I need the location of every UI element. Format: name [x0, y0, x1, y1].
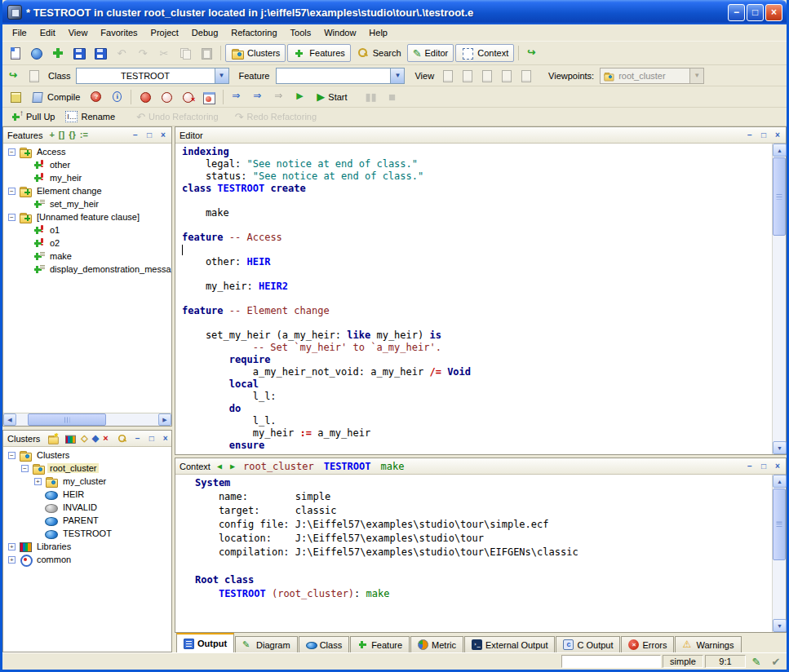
scroll-down-icon[interactable]: ▼: [773, 619, 787, 632]
tree-item-root-cluster[interactable]: −root_cluster: [3, 462, 171, 475]
context-minimize-icon[interactable]: −: [744, 461, 756, 472]
features-toggle-button[interactable]: Features: [287, 44, 350, 62]
pause-button[interactable]: ▮▮: [361, 87, 381, 107]
tab-feature[interactable]: Feature: [350, 636, 410, 652]
feature-combobox-dropdown-icon[interactable]: ▼: [390, 69, 404, 83]
start-button[interactable]: ▶ Start: [312, 88, 351, 106]
tab-metric[interactable]: Metric: [410, 636, 463, 652]
close-button[interactable]: ×: [765, 4, 782, 21]
rename-button[interactable]: Rename: [60, 108, 119, 126]
view-basic-button[interactable]: [439, 68, 457, 84]
tab-c-output[interactable]: cC Output: [556, 636, 620, 652]
editor-toggle-button[interactable]: ✎ Editor: [407, 44, 454, 62]
tree-item-my-cluster[interactable]: +my_cluster: [3, 475, 171, 488]
clusters-tree[interactable]: −Clusters−root_cluster+my_clusterHEIRINV…: [3, 447, 171, 652]
tree-item-clusters[interactable]: −Clusters: [3, 449, 171, 462]
collapse-toggle-icon[interactable]: −: [8, 188, 16, 195]
collapse-toggle-icon[interactable]: −: [8, 148, 16, 156]
breadcrumb-make[interactable]: make: [380, 461, 404, 472]
collapse-toggle-icon[interactable]: −: [21, 465, 29, 472]
view-interface-button[interactable]: [517, 68, 535, 84]
tab-output[interactable]: Output: [176, 633, 234, 652]
title-bar[interactable]: * TESTROOT in cluster root_cluster locat…: [2, 0, 787, 24]
tree-item--unnamed-feature-clause-[interactable]: −[Unnamed feature clause]: [3, 210, 171, 223]
expand-toggle-icon[interactable]: +: [8, 543, 16, 550]
minimize-button[interactable]: −: [728, 4, 745, 21]
scroll-down-icon[interactable]: ▼: [773, 441, 787, 454]
copy-button[interactable]: [175, 43, 195, 63]
clusters-panel-header[interactable]: Clusters ✱ ◇ ◆ × − □ ×: [3, 431, 171, 447]
view-flat-button[interactable]: [478, 68, 496, 84]
context-panel-header[interactable]: Context ◀ ▶ root_clusterTESTROOTmake − □…: [175, 458, 786, 475]
remove-item-icon[interactable]: ×: [103, 434, 108, 443]
feature-assigner-icon[interactable]: :=: [80, 130, 88, 139]
scroll-right-icon[interactable]: ▶: [158, 413, 171, 426]
maximize-button[interactable]: □: [747, 4, 764, 21]
sync-state-icon[interactable]: ✔: [767, 654, 785, 669]
menu-debug[interactable]: Debug: [185, 26, 224, 39]
clusters-toggle-button[interactable]: Clusters: [225, 44, 286, 62]
class-history-button[interactable]: [6, 68, 24, 84]
menu-view[interactable]: View: [62, 26, 95, 39]
add-library-icon[interactable]: [65, 433, 77, 444]
view-clickable-button[interactable]: [459, 68, 477, 84]
class-combobox-dropdown-icon[interactable]: ▼: [215, 69, 228, 83]
editor-close-icon[interactable]: ×: [772, 130, 783, 141]
menu-file[interactable]: File: [6, 26, 33, 39]
features-maximize-icon[interactable]: □: [144, 130, 155, 141]
save-button[interactable]: [69, 43, 89, 63]
editor-vertical-scrollbar[interactable]: ▲ ▼: [772, 144, 786, 454]
tab-class[interactable]: Class: [299, 636, 350, 652]
tree-item-heir[interactable]: HEIR: [3, 488, 171, 501]
expand-toggle-icon[interactable]: +: [8, 556, 16, 564]
context-output-area[interactable]: System name: simple target: classic conf…: [175, 475, 772, 632]
enable-breakpoints-button[interactable]: [135, 87, 155, 107]
feature-braces-icon[interactable]: {}: [69, 130, 76, 139]
new-cluster-icon[interactable]: ✱: [48, 433, 60, 444]
external-editor-button[interactable]: [523, 43, 543, 63]
tree-item-testroot[interactable]: TESTROOT: [3, 527, 171, 540]
tree-item-o2[interactable]: o2: [3, 237, 171, 250]
scroll-up-icon[interactable]: ▲: [773, 144, 787, 157]
editor-panel-header[interactable]: Editor − □ ×: [175, 127, 786, 144]
redo-button[interactable]: ↷: [133, 43, 153, 63]
view-contract-button[interactable]: [498, 68, 516, 84]
feature-signature-icon[interactable]: []: [59, 130, 64, 139]
disable-breakpoints-button[interactable]: [157, 87, 176, 107]
run-workbench-button[interactable]: [291, 87, 311, 107]
project-settings-button[interactable]: [6, 87, 25, 107]
context-back-icon[interactable]: ◀: [217, 462, 222, 471]
stop-button[interactable]: ■: [383, 87, 402, 107]
context-vertical-scrollbar[interactable]: ▲ ▼: [772, 475, 786, 632]
tab-errors[interactable]: ×Errors: [621, 636, 674, 652]
tree-item-o1[interactable]: o1: [3, 223, 171, 237]
menu-favorites[interactable]: Favorites: [94, 26, 144, 39]
tree-item-other[interactable]: other: [3, 158, 171, 171]
features-tree[interactable]: −Accessothermy_heir−Element changeset_my…: [3, 144, 171, 413]
paste-button[interactable]: [197, 43, 216, 63]
clusters-maximize-icon[interactable]: □: [146, 433, 157, 444]
context-maximize-icon[interactable]: □: [758, 461, 769, 472]
step-out-button[interactable]: [270, 87, 290, 107]
save-all-button[interactable]: [91, 43, 110, 63]
pull-up-button[interactable]: Pull Up: [6, 108, 59, 126]
features-close-icon[interactable]: ×: [157, 130, 169, 141]
tree-item-common[interactable]: +common: [3, 553, 171, 566]
menu-refactoring[interactable]: Refactoring: [224, 26, 283, 39]
editor-maximize-icon[interactable]: □: [758, 130, 769, 141]
menu-edit[interactable]: Edit: [33, 26, 62, 39]
tree-item-my-heir[interactable]: my_heir: [3, 171, 171, 184]
undo-refactoring-button[interactable]: ↶ Undo Refactoring: [132, 108, 223, 126]
features-horizontal-scrollbar[interactable]: ◀ ▶: [3, 413, 171, 426]
menu-tools[interactable]: Tools: [284, 26, 318, 39]
menu-project[interactable]: Project: [144, 26, 185, 39]
collapse-toggle-icon[interactable]: −: [8, 452, 16, 459]
remove-breakpoints-button[interactable]: ×: [178, 87, 197, 107]
collapse-all-icon[interactable]: ◇: [81, 434, 87, 443]
tree-item-make[interactable]: make: [3, 250, 171, 263]
editor-minimize-icon[interactable]: −: [744, 130, 756, 141]
new-item-button[interactable]: [48, 43, 68, 63]
redo-refactoring-button[interactable]: ↷ Redo Refactoring: [231, 108, 321, 126]
new-window-button[interactable]: [6, 43, 25, 63]
tab-external-output[interactable]: ›_External Output: [464, 636, 555, 652]
